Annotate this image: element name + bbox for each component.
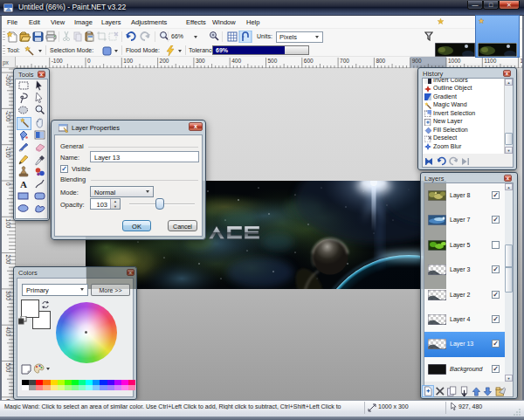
svg-text:200: 200 — [5, 255, 11, 265]
svg-text:A: A — [20, 179, 27, 189]
svg-text:1100: 1100 — [484, 58, 496, 64]
svg-text:500: 500 — [5, 363, 11, 373]
svg-text:900: 900 — [412, 58, 422, 64]
svg-text:300: 300 — [196, 58, 205, 64]
svg-text:0: 0 — [87, 58, 91, 64]
svg-text:100: 100 — [123, 58, 133, 64]
svg-text:600: 600 — [304, 58, 314, 64]
svg-text:500: 500 — [268, 58, 278, 64]
svg-text:100: 100 — [5, 218, 11, 228]
svg-text:800: 800 — [376, 58, 385, 64]
svg-text:-100: -100 — [52, 58, 63, 64]
svg-text:1000: 1000 — [448, 58, 461, 64]
svg-text:300: 300 — [5, 291, 11, 300]
svg-text:400: 400 — [231, 58, 241, 64]
svg-text:200: 200 — [160, 58, 169, 64]
svg-text:700: 700 — [340, 58, 349, 64]
svg-text:400: 400 — [5, 327, 11, 336]
